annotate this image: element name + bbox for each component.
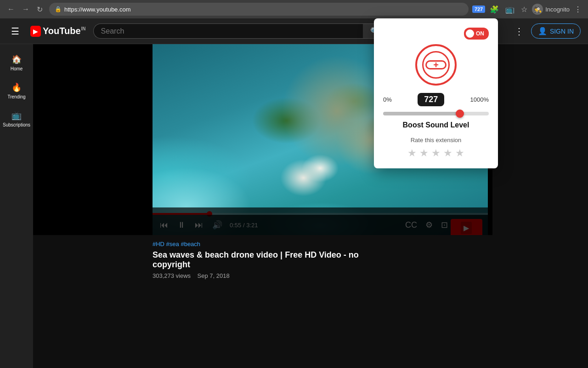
signin-label: SIGN IN (550, 28, 574, 35)
sidebar-item-home-label: Home (11, 66, 23, 71)
video-tags[interactable]: #HD #sea #beach (153, 241, 373, 247)
extension-popup: ON + 0% 727 1000% Boost Sound Level Rate… (374, 18, 498, 168)
extension-logo-inner-circle: + (422, 51, 450, 79)
theater-button[interactable]: ▭ (454, 218, 466, 232)
video-progress-fill (153, 213, 209, 215)
time-display: 0:55 / 3:21 (230, 222, 258, 229)
url-text: https://www.youtube.com (64, 6, 463, 13)
cast-button[interactable]: 📺 (503, 3, 516, 16)
rate-extension-label: Rate this extension (383, 137, 489, 144)
extension-badge[interactable]: 727 (472, 6, 485, 13)
star-3[interactable]: ★ (431, 147, 441, 159)
forward-button[interactable]: → (19, 3, 32, 15)
signin-button[interactable]: 👤 SIGN IN (531, 23, 581, 39)
youtube-logo-text: YouTubeIN (43, 26, 86, 36)
volume-button[interactable]: 🔊 (210, 218, 224, 232)
search-input[interactable] (93, 23, 363, 39)
extension-slider-thumb (456, 109, 464, 118)
star-5[interactable]: ★ (455, 147, 464, 159)
controls-right: CC ⚙ ⊡ ▭ ⛶ (403, 218, 482, 232)
extension-logo: + (383, 44, 489, 86)
toggle-circle (466, 29, 474, 38)
video-views: 303,273 views (153, 272, 191, 279)
trending-icon: 🔥 (11, 82, 22, 92)
volume-value-badge: 727 (418, 93, 444, 106)
sidebar-item-trending-label: Trending (7, 94, 25, 99)
bookmark-button[interactable]: ☆ (519, 3, 529, 16)
subscriptions-icon: 📺 (11, 110, 22, 121)
cc-button[interactable]: CC (403, 218, 419, 232)
video-info: #HD #sea #beach Sea waves & beach drone … (33, 235, 492, 285)
reload-button[interactable]: ↻ (34, 3, 45, 16)
person-icon: 👤 (538, 27, 547, 35)
incognito-label: Incognito (545, 6, 570, 13)
extension-logo-plus: + (433, 60, 439, 70)
miniplayer-button[interactable]: ⊡ (439, 218, 450, 232)
extensions-button[interactable]: 🧩 (488, 3, 501, 16)
main-content: 🏠 Home 🔥 Trending 📺 Subscriptions ⏮ (0, 44, 588, 368)
extension-stars: ★ ★ ★ ★ ★ (383, 147, 489, 159)
settings-button[interactable]: ⚙ (424, 218, 435, 232)
fullscreen-button[interactable]: ⛶ (470, 218, 482, 232)
hamburger-menu-button[interactable]: ☰ (7, 22, 23, 40)
back-button[interactable]: ← (5, 3, 17, 15)
youtube-logo[interactable]: YouTubeIN (30, 26, 86, 37)
volume-min-label: 0% (383, 96, 392, 103)
sidebar-item-trending[interactable]: 🔥 Trending (0, 78, 33, 104)
browser-chrome: ← → ↻ 🔒 https://www.youtube.com 727 🧩 📺 … (0, 0, 588, 18)
extension-toggle[interactable]: ON (464, 28, 489, 40)
video-title: Sea waves & beach drone video | Free HD … (153, 250, 373, 270)
search-bar: 🔍 (93, 23, 387, 39)
browser-nav-buttons: ← → ↻ (5, 3, 45, 16)
more-options-button[interactable]: ⋮ (511, 22, 527, 40)
video-controls: ⏮ ⏸ ⏭ 🔊 0:55 / 3:21 CC ⚙ ⊡ ▭ ⛶ (153, 215, 488, 235)
extension-volume-row: 0% 727 1000% (383, 93, 489, 106)
prev-button[interactable]: ⏮ (158, 218, 170, 232)
incognito-avatar: 🕵 (532, 4, 543, 15)
sidebar-item-home[interactable]: 🏠 Home (0, 50, 33, 76)
star-2[interactable]: ★ (419, 147, 429, 159)
sidebar: 🏠 Home 🔥 Trending 📺 Subscriptions (0, 44, 33, 368)
extension-slider[interactable] (383, 112, 489, 115)
home-icon: 🏠 (11, 54, 22, 64)
next-button[interactable]: ⏭ (193, 218, 205, 232)
header-right: ⋮ 👤 SIGN IN (511, 22, 581, 40)
video-date: Sep 7, 2018 (198, 272, 230, 279)
pause-button[interactable]: ⏸ (175, 218, 187, 232)
lock-icon: 🔒 (55, 6, 62, 12)
browser-actions: 727 🧩 📺 ☆ 🕵 Incognito ⋮ (472, 3, 583, 16)
video-meta: 303,273 views Sep 7, 2018 (153, 272, 373, 279)
video-progress-bar[interactable] (153, 213, 488, 215)
extension-slider-container (383, 112, 489, 115)
youtube-logo-icon (30, 26, 41, 37)
menu-button[interactable]: ⋮ (572, 3, 583, 16)
boost-label: Boost Sound Level (383, 121, 489, 129)
subscribe-button[interactable]: ▶ SUBSCRIBE (451, 219, 482, 235)
extension-logo-outer-circle: + (415, 44, 457, 86)
subscribe-overlay: ▶ SUBSCRIBE (451, 219, 482, 235)
video-content: ⏮ ⏸ ⏭ 🔊 0:55 / 3:21 CC ⚙ ⊡ ▭ ⛶ (33, 44, 588, 368)
extension-toggle-row: ON (383, 28, 489, 40)
youtube-header: ☰ YouTubeIN 🔍 ⋮ 👤 SIGN IN (0, 18, 588, 44)
incognito-badge: 🕵 Incognito (532, 4, 570, 15)
sidebar-item-subscriptions[interactable]: 📺 Subscriptions (0, 106, 33, 132)
volume-max-label: 1000% (470, 96, 489, 103)
toggle-label: ON (476, 30, 484, 37)
sidebar-item-subscriptions-label: Subscriptions (3, 122, 30, 127)
star-4[interactable]: ★ (443, 147, 452, 159)
star-1[interactable]: ★ (407, 147, 417, 159)
address-bar[interactable]: 🔒 https://www.youtube.com (49, 3, 469, 16)
